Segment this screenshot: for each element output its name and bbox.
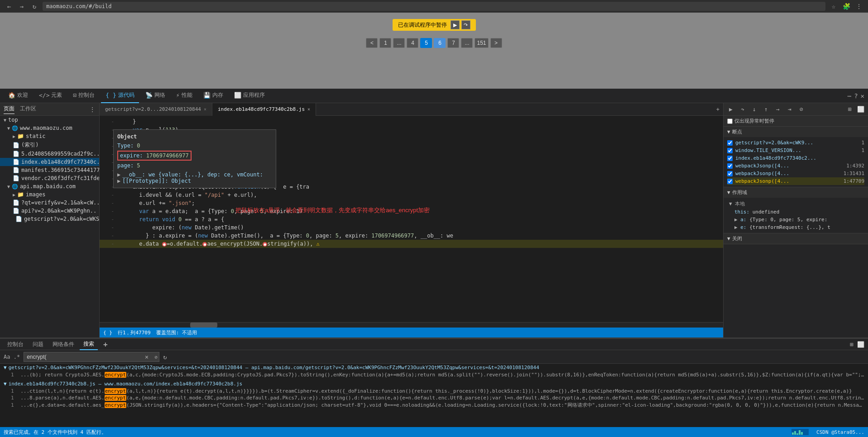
breakpoint-name: webpackJsonp([4...: [735, 178, 841, 184]
step-over-button[interactable]: ↷: [461, 20, 470, 29]
breakpoint-checkbox[interactable]: [727, 148, 733, 153]
result-content: ...e(},e.data=o.default.aes_encrypt(JSON…: [20, 402, 868, 408]
tree-item-images[interactable]: ▶ 📁 images: [0, 190, 99, 199]
code-tab-indexjs[interactable]: index.eb1a48cd9fc77340c2b8.js ×: [212, 103, 316, 116]
tab-close-icon[interactable]: ×: [307, 107, 310, 112]
close-header[interactable]: ▼ 关闭: [724, 233, 868, 244]
horizontal-scrollbar[interactable]: [100, 322, 723, 328]
tab-application[interactable]: ⬜ 应用程序: [230, 89, 269, 103]
search-options-label: Aa .*: [4, 354, 20, 360]
dock-button[interactable]: ⊞: [845, 105, 854, 114]
result-group-header[interactable]: ▼ getscript?v=2.0&ak=cWK9PGhncFZzMwf23Ou…: [0, 364, 868, 371]
chevron-down-icon[interactable]: ▼: [729, 201, 732, 207]
breakpoint-checkbox[interactable]: [727, 171, 733, 176]
step-over-button[interactable]: ↷: [738, 105, 747, 114]
breakpoint-checkbox[interactable]: [727, 140, 733, 146]
back-button[interactable]: ←: [5, 2, 14, 11]
search-refresh-button[interactable]: ↻: [163, 353, 167, 361]
result-line[interactable]: 1 ...ction(l,t,n){return e(t).encrypt(a,…: [0, 388, 868, 394]
tab-issues-bottom[interactable]: 问题: [29, 339, 47, 350]
close-devtools-button[interactable]: ✕: [861, 92, 864, 100]
close-bottom-button[interactable]: ⬜: [857, 341, 864, 348]
add-tab-button[interactable]: +: [103, 340, 108, 349]
code-tab-label: index.eb1a48cd9fc77340c2b8.js: [218, 106, 305, 112]
tree-item-maomaozu[interactable]: ▼ 🌐 www.maomaozu.com: [0, 124, 99, 132]
bookmark-button[interactable]: ☆: [829, 2, 838, 11]
tree-item-file1[interactable]: 📄 5.d240856899559cad2f9c..: [0, 150, 99, 158]
pause-exceptions-input[interactable]: [727, 119, 733, 124]
tree-item-vendor[interactable]: 📄 vendor.c206f3dfc7fc31fde..: [0, 174, 99, 182]
pause-on-exception-checkbox[interactable]: 仅出现异常时暂停: [724, 116, 868, 127]
chevron-right-icon[interactable]: ▶: [734, 224, 738, 230]
step-button[interactable]: →: [773, 105, 782, 114]
page-151-button[interactable]: 151: [475, 38, 488, 48]
code-tabs: getscript?v=2.0...20240108120844 × index…: [100, 103, 723, 116]
file-tree-menu-button[interactable]: ⋮: [89, 106, 96, 113]
breakpoint-checkbox[interactable]: [727, 179, 733, 184]
menu-button[interactable]: ⋮: [854, 2, 863, 11]
undock-button[interactable]: ⬜: [856, 105, 865, 114]
tree-item-index[interactable]: 📄 (索引): [0, 140, 99, 150]
tab-welcome[interactable]: 🏠 欢迎: [4, 89, 33, 103]
page-prev-button[interactable]: <: [366, 38, 378, 48]
refresh-button[interactable]: ↻: [30, 2, 39, 11]
dock-bottom-button[interactable]: ⊞: [850, 341, 854, 348]
tree-item-indexjs[interactable]: 📄 index.eb1a48cd9fc77340c..: [0, 158, 99, 166]
breakpoints-header[interactable]: ▼ 断点: [724, 127, 868, 137]
tab-search-bottom[interactable]: 搜索: [80, 339, 98, 350]
breakpoint-checkbox[interactable]: [727, 163, 733, 169]
search-clear-button[interactable]: ×: [145, 353, 149, 361]
page-7-button[interactable]: 7: [447, 38, 459, 48]
breakpoint-line: 1:31431: [844, 171, 864, 176]
tree-item-apimap[interactable]: ▼ 🌐 api.map.baidu.com: [0, 182, 99, 190]
tab-performance[interactable]: ⚡ 性能: [172, 89, 197, 103]
chevron-right-icon[interactable]: ▶: [734, 217, 738, 223]
tree-item-file7[interactable]: 📄 getscript?v=2.0&ak=cWKS..: [0, 215, 99, 223]
sources-icon: { }: [106, 92, 116, 99]
result-line[interactable]: 1 ...8.parse(a),n.default.AES.encrypt(a,…: [0, 394, 868, 401]
search-circle-button[interactable]: ⊘: [155, 354, 158, 360]
code-editor[interactable]: Object Type: 0 expire: 1706974966977 pag…: [100, 116, 723, 322]
result-line[interactable]: 1 ...e(},e.data=o.default.aes_encrypt(JS…: [0, 401, 868, 409]
tab-elements[interactable]: </> 元素: [34, 89, 67, 103]
stop-button[interactable]: ⊘: [797, 105, 806, 114]
tab-sources[interactable]: { } 源代码: [101, 89, 139, 103]
page-4-button[interactable]: 4: [407, 38, 418, 48]
help-button[interactable]: ?: [854, 92, 858, 100]
tab-workspace[interactable]: 工作区: [20, 105, 36, 114]
tree-item-static[interactable]: ▶ 📁 static: [0, 132, 99, 140]
tab-network-conditions[interactable]: 网络条件: [49, 339, 78, 350]
tab-console[interactable]: ⊡ 控制台: [68, 89, 99, 103]
more-tools-button[interactable]: ⋯: [848, 92, 851, 100]
tab-console-bottom[interactable]: 控制台: [4, 339, 27, 350]
url-bar[interactable]: maomaozu.com/#/build: [43, 2, 825, 11]
scope-header[interactable]: ▼ 作用域: [724, 187, 868, 198]
tree-item-top[interactable]: ▼ top: [0, 116, 99, 124]
step-into-button[interactable]: ↓: [750, 105, 759, 114]
tab-memory[interactable]: 💾 内存: [199, 89, 228, 103]
result-group-header[interactable]: ▼ index.eb1a48cd9fc77340c2b8.js — www.ma…: [0, 380, 868, 388]
resume-execution-button[interactable]: ▶: [726, 105, 735, 114]
page-5-button[interactable]: 5: [420, 38, 432, 48]
tab-close-icon[interactable]: ×: [204, 107, 206, 112]
page-6-button[interactable]: 6: [434, 38, 446, 48]
extensions-button[interactable]: 🧩: [842, 2, 851, 11]
deactivate-breakpoints-button[interactable]: ⇥: [785, 105, 794, 114]
tab-pages[interactable]: 页面: [4, 105, 14, 114]
search-input[interactable]: [24, 352, 159, 362]
step-out-button[interactable]: ↑: [762, 105, 771, 114]
breakpoint-checkbox[interactable]: [727, 156, 733, 161]
search-input-wrap: × ⊘: [24, 352, 159, 362]
page-next-button[interactable]: >: [490, 38, 502, 48]
forward-button[interactable]: →: [17, 2, 26, 11]
page-1-button[interactable]: 1: [379, 38, 391, 48]
result-line[interactable]: 1 ...(b); return CryptoJS.AES.encrypt(a,…: [0, 371, 868, 378]
resume-button[interactable]: ▶: [451, 20, 460, 29]
tab-network[interactable]: 📡 网络: [141, 89, 170, 103]
tree-item-file6[interactable]: 📄 api?v=2.0&ak=cWK9Pghn..: [0, 207, 99, 215]
tree-item-manifest[interactable]: 📄 manifest.366915c73444177..: [0, 166, 99, 174]
network-icon: 📡: [145, 92, 153, 99]
code-tab-getscript[interactable]: getscript?v=2.0...20240108120844 ×: [100, 103, 212, 116]
tree-item-file5[interactable]: 📄 ?qt=verify&v=2.1&ak=cW..: [0, 199, 99, 207]
new-tab-button[interactable]: +: [713, 106, 723, 113]
